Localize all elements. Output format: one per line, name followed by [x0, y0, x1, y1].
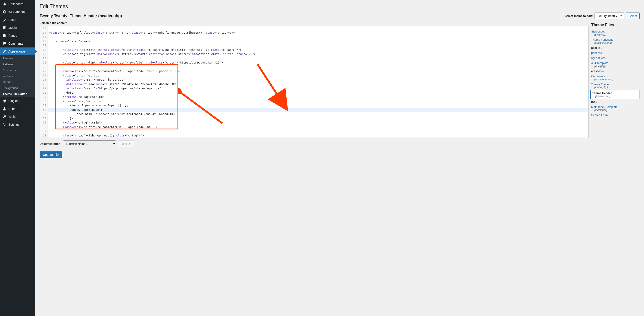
code-line[interactable]: 38 class="c-tag"><?php wp_head(); class=… — [40, 133, 588, 138]
code-line[interactable]: 13 — [40, 26, 588, 30]
svg-point-1 — [4, 107, 5, 109]
file-item-stylesheet[interactable]: Stylesheet(style.css) — [591, 29, 640, 37]
function-name-select[interactable]: Function Name… — [63, 140, 116, 147]
lookup-button[interactable]: Look Up — [118, 140, 134, 147]
line-number: 38 — [40, 133, 48, 138]
code-line[interactable]: 33 accountID: class="c-str">"8f9f74f76bc… — [40, 112, 588, 116]
code-line[interactable]: 24 <class="c-tag">script — [40, 73, 588, 78]
sidebar-submenu-appearance: ThemesPatternsCustomizeWidgetsMenusBackg… — [0, 55, 35, 97]
sidebar-item-posts[interactable]: Posts — [0, 16, 35, 24]
theme-select-dropdown[interactable]: Twenty Twenty — [594, 12, 624, 19]
code-line[interactable]: 35 </class="c-tag">script> — [40, 120, 588, 125]
sidebar-item-pages[interactable]: Pages — [0, 32, 35, 39]
file-item-theme-header[interactable]: Theme Header(header.php) — [590, 90, 640, 99]
code-line[interactable]: 17 — [40, 43, 588, 48]
select-theme-button[interactable]: Select — [626, 12, 640, 19]
sidebar-subitem-background[interactable]: Background — [0, 85, 35, 91]
file-item-search-form[interactable]: Search Form — [591, 112, 640, 118]
file-item-theme-footer[interactable]: Theme Footer(footer.php) — [591, 82, 640, 90]
sidebar-item-media[interactable]: Media — [0, 24, 35, 32]
code-content[interactable]: class=class="c-str">"c-comment"><!-- Pop… — [48, 125, 158, 129]
sidebar-item-dashboard[interactable]: Dashboard — [0, 0, 35, 8]
code-content[interactable] — [48, 35, 49, 39]
file-item-main-index-template[interactable]: Main Index Template(index.php) — [591, 104, 640, 112]
sidebar-item-tools[interactable]: Tools — [0, 113, 35, 121]
file-item-comments[interactable]: Comments(comments.php) — [591, 74, 640, 82]
code-line[interactable]: 31 window.Poper = window.Poper || []; — [40, 103, 588, 108]
code-line[interactable]: 27 src=class="c-str">"https://app.poper.… — [40, 86, 588, 90]
sidebar-item-settings[interactable]: Settings — [0, 121, 35, 129]
file-item-inc[interactable]: inc — [591, 99, 640, 104]
sidebar-item-comments[interactable]: Comments — [0, 39, 35, 47]
code-line[interactable]: 21 <class="c-tag">link rel=class="c-str"… — [40, 60, 588, 65]
code-content[interactable]: window.Poper = window.Poper || []; — [48, 103, 128, 108]
code-line[interactable]: 25 id=class="c-str">"poper-js-script" — [40, 78, 588, 82]
code-content[interactable]: }); — [48, 116, 75, 121]
code-content[interactable]: ></class="c-tag">script> — [48, 95, 104, 99]
code-line[interactable]: 37 — [40, 129, 588, 133]
code-content[interactable]: <class="c-tag">head> — [48, 39, 90, 43]
code-content[interactable] — [48, 65, 49, 69]
file-item-sub: (404.php) — [594, 65, 640, 68]
file-item-label: Main Index Template — [591, 105, 618, 109]
code-content[interactable]: accountID: class="c-str">"8f9f74f76bc372… — [48, 112, 180, 116]
code-content[interactable]: <class="c-tag">meta name=class="c-str">"… — [48, 52, 256, 56]
code-content[interactable]: <class="c-tag">link rel=class="c-str">"p… — [48, 60, 223, 65]
code-content[interactable]: <class="c-tag">meta charset=class="c-str… — [48, 48, 242, 52]
code-content[interactable]: <class="c-tag">script> — [48, 99, 101, 103]
line-number: 27 — [40, 86, 48, 90]
file-item-style-rtl-css[interactable]: style-rtl.css — [591, 55, 640, 60]
code-line[interactable]: 20 — [40, 56, 588, 61]
sidebar-subitem-themes[interactable]: Themes — [0, 55, 35, 61]
code-content[interactable] — [48, 26, 49, 30]
code-line[interactable]: 16 <class="c-tag">head> — [40, 39, 588, 43]
code-content[interactable]: <class="c-tag">html class=class="c-str">… — [48, 30, 235, 35]
sidebar-item-label: Appearance — [8, 50, 25, 53]
code-content[interactable]: src=class="c-str">"https://app.poper.ai/… — [48, 86, 161, 90]
code-line[interactable]: 14<class="c-tag">html class=class="c-str… — [40, 30, 588, 35]
sidebar-subitem-widgets[interactable]: Widgets — [0, 73, 35, 79]
code-line[interactable]: 22 — [40, 65, 588, 69]
code-line[interactable]: 18 <class="c-tag">meta charset=class="c-… — [40, 48, 588, 52]
sidebar-item-appearance[interactable]: Appearance — [0, 47, 35, 55]
file-item-404-template[interactable]: 404 Template(404.php) — [591, 60, 640, 68]
file-item-print-css[interactable]: print.css — [591, 50, 640, 55]
code-line[interactable]: 26 data-account-id=class="c-str">"8f9f74… — [40, 82, 588, 86]
sidebar-subitem-menus[interactable]: Menus — [0, 79, 35, 85]
sidebar-item-plugins[interactable]: Plugins — [0, 97, 35, 105]
sidebar-item-label: Users — [8, 107, 16, 110]
sidebar-item-users[interactable]: Users — [0, 105, 35, 113]
code-content[interactable]: window.Poper.push({ — [48, 108, 102, 112]
code-content[interactable]: </class="c-tag">script> — [48, 120, 102, 125]
code-line[interactable]: 32 window.Poper.push({ — [40, 108, 588, 112]
code-line[interactable]: 23 class=class="c-str">"c-comment"><!-- … — [40, 69, 588, 73]
code-content[interactable]: class="c-tag"><?php wp_head(); class="c-… — [48, 133, 144, 138]
code-line[interactable]: 29 ></class="c-tag">script> — [40, 95, 588, 99]
code-editor[interactable]: 1314<class="c-tag">html class=class="c-s… — [40, 26, 588, 138]
code-content[interactable]: data-account-id=class="c-str">"8f9f74f76… — [48, 82, 176, 86]
code-content[interactable]: id=class="c-str">"poper-js-script" — [48, 78, 125, 82]
file-item-assets[interactable]: assets — [591, 45, 640, 50]
code-line[interactable]: 19 <class="c-tag">meta name=class="c-str… — [40, 52, 588, 56]
code-line[interactable]: 30 <class="c-tag">script> — [40, 99, 588, 103]
code-line[interactable]: 15 — [40, 35, 588, 39]
update-file-button[interactable]: Update File — [40, 151, 62, 158]
line-number: 28 — [40, 90, 48, 95]
file-item-sub: (comments.php) — [594, 78, 640, 81]
code-line[interactable]: 28 defer — [40, 90, 588, 95]
code-content[interactable] — [48, 43, 49, 48]
sidebar-subitem-theme-file-editor[interactable]: Theme File Editor — [0, 91, 35, 97]
line-number: 35 — [40, 120, 48, 125]
file-item-classes[interactable]: classes — [591, 68, 640, 74]
code-content[interactable]: <class="c-tag">script — [48, 73, 99, 78]
sidebar-subitem-patterns[interactable]: Patterns — [0, 61, 35, 67]
file-item-theme-functions[interactable]: Theme Functions(functions.php) — [591, 37, 640, 45]
code-content[interactable] — [48, 129, 49, 133]
code-line[interactable]: 34 }); — [40, 116, 588, 121]
code-line[interactable]: 36 class=class="c-str">"c-comment"><!-- … — [40, 125, 588, 129]
code-content[interactable]: defer — [48, 90, 75, 95]
sidebar-subitem-customize[interactable]: Customize — [0, 67, 35, 73]
code-content[interactable]: class=class="c-str">"c-comment"><!-- Pop… — [48, 69, 180, 73]
sidebar-item-wpsandbox[interactable]: WPSandbox — [0, 8, 35, 16]
code-content[interactable] — [48, 56, 49, 61]
